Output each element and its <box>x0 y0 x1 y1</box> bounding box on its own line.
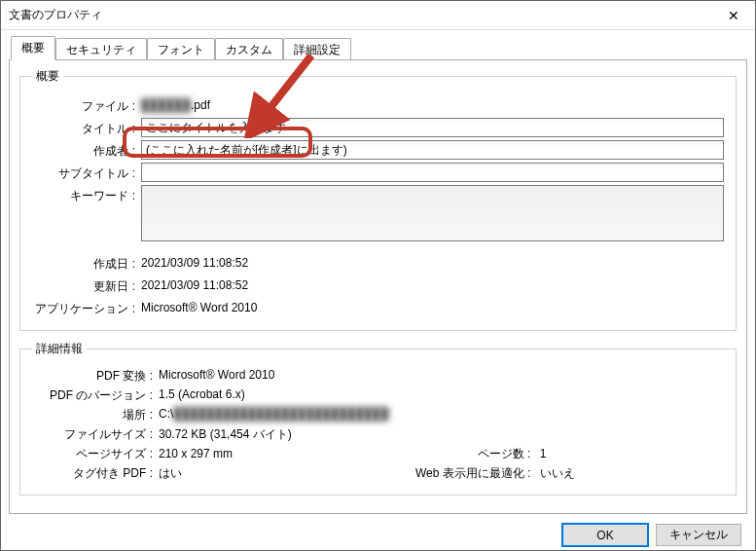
value-pagecount: 1 <box>540 447 547 460</box>
tab-panel: 概要 ファイル : ██████.pdf タイトル : 作成者 : サブタ <box>9 59 747 514</box>
label-pagesize: ページサイズ : <box>32 446 159 462</box>
tab-summary[interactable]: 概要 <box>11 36 55 60</box>
tab-fonts[interactable]: フォント <box>147 38 215 61</box>
value-file: ██████.pdf <box>141 95 724 112</box>
label-author: 作成者 : <box>32 140 141 160</box>
author-input[interactable] <box>141 140 724 160</box>
summary-group: 概要 ファイル : ██████.pdf タイトル : 作成者 : サブタ <box>19 68 737 331</box>
button-bar: OK キャンセル <box>9 514 747 551</box>
summary-legend: 概要 <box>32 68 63 85</box>
value-pdf-producer: Microsoft® Word 2010 <box>159 368 724 385</box>
label-file: ファイル : <box>32 95 141 115</box>
label-pdf-version: PDF のバージョン : <box>32 387 159 404</box>
label-title: タイトル : <box>32 118 141 137</box>
title-input[interactable] <box>141 118 724 137</box>
tab-strip: 概要 セキュリティ フォント カスタム 詳細設定 <box>9 36 747 60</box>
value-pagesize: 210 x 297 mm ページ数 : 1 <box>159 446 724 462</box>
value-fastweb: いいえ <box>540 466 575 480</box>
label-created: 作成日 : <box>32 253 141 273</box>
label-tagged: タグ付き PDF : <box>32 465 159 482</box>
value-modified: 2021/03/09 11:08:52 <box>141 276 724 292</box>
dialog-window: 文書のプロパティ ✕ 概要 セキュリティ フォント カスタム 詳細設定 <box>0 0 756 551</box>
detail-group: 詳細情報 PDF 変換 : Microsoft® Word 2010 PDF の… <box>19 341 737 496</box>
value-pdf-version: 1.5 (Acrobat 6.x) <box>159 387 724 404</box>
close-button[interactable]: ✕ <box>711 1 755 30</box>
detail-legend: 詳細情報 <box>32 341 87 357</box>
subtitle-input[interactable] <box>141 163 724 182</box>
window-title: 文書のプロパティ <box>9 7 711 23</box>
tab-security[interactable]: セキュリティ <box>55 38 147 61</box>
label-fastweb: Web 表示用に最適化 : <box>410 465 536 482</box>
cancel-button[interactable]: キャンセル <box>656 524 741 546</box>
tab-advanced[interactable]: 詳細設定 <box>283 38 351 61</box>
keywords-input[interactable] <box>141 185 724 241</box>
label-keywords: キーワード : <box>32 185 141 204</box>
label-application: アプリケーション : <box>32 298 141 317</box>
value-tagged: はい Web 表示用に最適化 : いいえ <box>159 465 724 482</box>
label-pdf-producer: PDF 変換 : <box>32 368 159 385</box>
value-location: C:\██████████████████████████ <box>159 407 724 423</box>
label-subtitle: サブタイトル : <box>32 163 141 182</box>
value-created: 2021/03/09 11:08:52 <box>141 253 724 270</box>
label-filesize: ファイルサイズ : <box>32 426 159 443</box>
value-filesize: 30.72 KB (31,454 バイト) <box>159 426 724 443</box>
ok-button[interactable]: OK <box>562 524 648 546</box>
close-icon: ✕ <box>728 8 739 23</box>
content-area: 概要 セキュリティ フォント カスタム 詳細設定 概要 <box>1 30 755 551</box>
label-location: 場所 : <box>32 407 159 423</box>
value-application: Microsoft® Word 2010 <box>141 298 724 314</box>
label-modified: 更新日 : <box>32 276 141 295</box>
tab-custom[interactable]: カスタム <box>215 38 283 61</box>
label-pagecount: ページ数 : <box>410 446 536 462</box>
titlebar: 文書のプロパティ ✕ <box>1 1 755 30</box>
